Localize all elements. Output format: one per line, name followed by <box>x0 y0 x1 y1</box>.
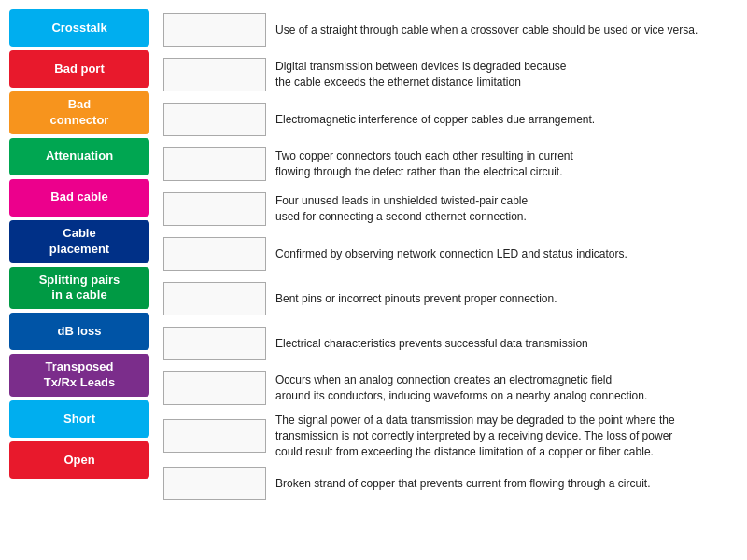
label-short[interactable]: Short <box>9 400 149 438</box>
label-splitting-pairs[interactable]: Splitting pairs in a cable <box>9 267 149 310</box>
answer-box-4[interactable] <box>163 147 266 181</box>
match-row-2: Digital transmission between devices is … <box>163 54 738 95</box>
description-4: Two copper connectors touch each other r… <box>275 148 738 180</box>
label-bad-connector[interactable]: Bad connector <box>9 91 149 134</box>
label-db-loss[interactable]: dB loss <box>9 313 149 350</box>
label-cable-placement[interactable]: Cable placement <box>9 220 149 263</box>
answer-box-5[interactable] <box>163 192 266 226</box>
description-7: Bent pins or incorrect pinouts prevent p… <box>275 291 738 307</box>
match-column: Use of a straight through cable when a c… <box>163 9 738 551</box>
answer-box-10[interactable] <box>163 419 266 453</box>
answer-box-8[interactable] <box>163 327 266 360</box>
answer-box-3[interactable] <box>163 103 266 136</box>
label-crosstalk[interactable]: Crosstalk <box>9 9 149 47</box>
match-row-7: Bent pins or incorrect pinouts prevent p… <box>163 278 738 319</box>
label-bad-port[interactable]: Bad port <box>9 50 149 88</box>
match-row-10: The signal power of a data transmission … <box>163 413 738 459</box>
description-3: Electromagnetic interference of copper c… <box>275 112 738 128</box>
description-8: Electrical characteristics prevents succ… <box>275 336 738 352</box>
description-11: Broken strand of copper that prevents cu… <box>275 476 738 492</box>
label-bad-cable[interactable]: Bad cable <box>9 179 149 217</box>
answer-box-2[interactable] <box>163 58 266 91</box>
match-row-5: Four unused leads in unshielded twisted-… <box>163 189 738 230</box>
description-9: Occurs when an analog connection creates… <box>275 372 738 404</box>
match-row-4: Two copper connectors touch each other r… <box>163 144 738 185</box>
description-1: Use of a straight through cable when a c… <box>275 22 738 38</box>
match-row-8: Electrical characteristics prevents succ… <box>163 323 738 364</box>
answer-box-6[interactable] <box>163 237 266 271</box>
match-row-9: Occurs when an analog connection creates… <box>163 368 738 409</box>
match-row-3: Electromagnetic interference of copper c… <box>163 99 738 140</box>
match-row-11: Broken strand of copper that prevents cu… <box>163 463 738 504</box>
labels-column: CrosstalkBad portBad connectorAttenuatio… <box>9 9 149 551</box>
label-attenuation[interactable]: Attenuation <box>9 138 149 175</box>
description-6: Confirmed by observing network connectio… <box>275 246 738 262</box>
label-open[interactable]: Open <box>9 441 149 479</box>
label-transposed-leads[interactable]: Transposed Tx/Rx Leads <box>9 354 149 397</box>
match-row-1: Use of a straight through cable when a c… <box>163 9 738 50</box>
answer-box-1[interactable] <box>163 13 266 47</box>
description-5: Four unused leads in unshielded twisted-… <box>275 193 738 225</box>
description-2: Digital transmission between devices is … <box>275 59 738 91</box>
answer-box-11[interactable] <box>163 467 266 500</box>
answer-box-7[interactable] <box>163 282 266 315</box>
description-10: The signal power of a data transmission … <box>275 413 738 459</box>
match-row-6: Confirmed by observing network connectio… <box>163 233 738 274</box>
answer-box-9[interactable] <box>163 371 266 405</box>
main-container: CrosstalkBad portBad connectorAttenuatio… <box>0 0 747 560</box>
